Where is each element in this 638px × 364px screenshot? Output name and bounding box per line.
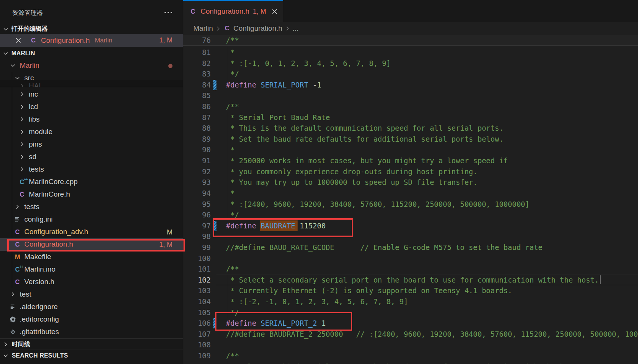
code-line-text: * you commonly experience drop-outs duri…	[226, 166, 477, 177]
code-line-108[interactable]: 108	[183, 339, 638, 350]
breadcrumb-item-marlin[interactable]: Marlin	[193, 24, 213, 33]
code-line-107[interactable]: 107//#define BAUDRATE_2 250000 // :[2400…	[183, 329, 638, 340]
tree-file-configuration-adv-h[interactable]: CConfiguration_adv.hM	[0, 226, 183, 238]
code-line-98[interactable]: 98	[183, 231, 638, 242]
close-icon[interactable]	[271, 8, 278, 15]
open-editor-item-configuration-h[interactable]: C Configuration.h Marlin 1, M	[0, 34, 183, 47]
search-results-label: SEARCH RESULTS	[12, 352, 68, 359]
tree-file-marlincore-cpp[interactable]: C++MarlinCore.cpp	[0, 176, 183, 188]
tree-item-label: Configuration_adv.h	[24, 228, 88, 236]
code-line-text: */	[226, 307, 239, 318]
decoration-badge: 1, M	[159, 241, 172, 248]
code-line-99[interactable]: 99//#define BAUD_RATE_GCODE // Enable G-…	[183, 242, 638, 253]
code-line-88[interactable]: 88 * This is the default communication s…	[183, 123, 638, 134]
tree-folder-sd[interactable]: sd	[0, 151, 183, 163]
code-line-101[interactable]: 101/**	[183, 264, 638, 275]
code-line-text: * :[2400, 9600, 19200, 38400, 57600, 115…	[226, 199, 530, 210]
tree-item-label: MarlinCore.cpp	[29, 178, 78, 186]
code-line-89[interactable]: 89 * Set the baud rate defaults for addi…	[183, 134, 638, 145]
makefile-file-icon: M	[14, 253, 21, 261]
code-line-109[interactable]: 109/**	[183, 350, 638, 361]
breadcrumb-item-configuration-h[interactable]: C Configuration.h	[223, 24, 282, 33]
tree-file-marlin-ino[interactable]: C++Marlin.ino	[0, 263, 183, 276]
tree-folder-module[interactable]: module	[0, 126, 183, 138]
line-number: 95	[183, 199, 211, 210]
code-line-83[interactable]: 83 */	[183, 69, 638, 80]
code-line-96[interactable]: 96 */	[183, 209, 638, 220]
open-editors-section-header[interactable]: 打开的编辑器	[0, 23, 183, 34]
line-number: 85	[183, 90, 211, 101]
timeline-panel-header[interactable]: 时间线	[0, 339, 183, 350]
tree-file-marlincore-h[interactable]: CMarlinCore.h	[0, 188, 183, 201]
code-line-text: * This is the default communication spee…	[226, 123, 503, 134]
tree-folder-test[interactable]: test	[0, 288, 183, 301]
tree-file-editorconfig[interactable]: .editorconfig	[0, 313, 183, 326]
code-line-text: * Serial Port Baud Rate	[226, 112, 330, 123]
code-area[interactable]: 81 *82 * :[-1, 0, 1, 2, 3, 4, 5, 6, 7, 8…	[183, 47, 638, 364]
open-editor-file-description: Marlin	[95, 37, 112, 44]
tree-file-makefile[interactable]: MMakefile	[0, 251, 183, 263]
tree-folder-lcd[interactable]: lcd	[0, 101, 183, 113]
c-file-icon: C	[189, 7, 197, 16]
line-number: 83	[183, 69, 211, 80]
chevron-down-icon	[3, 50, 9, 56]
chevron-right-icon	[19, 83, 25, 87]
tree-folder-hal[interactable]: HAL	[0, 80, 183, 87]
chevron-right-icon	[19, 141, 25, 147]
code-line-84[interactable]: 84#define SERIAL_PORT -1	[183, 80, 638, 91]
code-line-text: * Select a third serial port on the boar…	[226, 361, 582, 364]
tab-configuration-h[interactable]: C Configuration.h 1, M	[183, 0, 283, 22]
code-line-text: *	[226, 47, 235, 58]
tree-folder-tests[interactable]: tests	[0, 163, 183, 176]
line-number: 108	[183, 339, 211, 350]
breadcrumb-item-symbol-path[interactable]: ...	[293, 24, 299, 33]
code-line-100[interactable]: 100	[183, 253, 638, 264]
code-line-95[interactable]: 95 * :[2400, 9600, 19200, 38400, 57600, …	[183, 199, 638, 210]
code-line-92[interactable]: 92 * you commonly experience drop-outs d…	[183, 166, 638, 177]
code-line-87[interactable]: 87 * Serial Port Baud Rate	[183, 112, 638, 123]
tree-folder-inc[interactable]: inc	[0, 88, 183, 101]
tree-file-aiderignore[interactable]: .aiderignore	[0, 301, 183, 313]
tree-folder-tests[interactable]: tests	[0, 201, 183, 213]
tree-file-version-h[interactable]: CVersion.h	[0, 276, 183, 288]
screenshot-seam-band: HAL	[0, 80, 183, 87]
code-line-110[interactable]: 110 * Select a third serial port on the …	[183, 361, 638, 364]
tree-file-gitattributes[interactable]: .gitattributes	[0, 326, 183, 338]
code-line-82[interactable]: 82 * :[-1, 0, 1, 2, 3, 4, 5, 6, 7, 8, 9]	[183, 58, 638, 69]
code-line-102[interactable]: 102 * Select a secondary serial port on …	[183, 275, 638, 286]
close-icon[interactable]	[15, 37, 22, 44]
code-line-85[interactable]: 85	[183, 90, 638, 101]
code-line-91[interactable]: 91 * 250000 works in most cases, but you…	[183, 155, 638, 166]
screenshot-seam-line	[0, 87, 183, 87]
code-line-81[interactable]: 81 *	[183, 47, 638, 58]
code-line-86[interactable]: 86/**	[183, 101, 638, 112]
code-line-106[interactable]: 106#define SERIAL_PORT_2 1	[183, 318, 638, 329]
sticky-scroll-row[interactable]: 76 /**	[183, 35, 638, 46]
code-line-90[interactable]: 90 *	[183, 144, 638, 155]
chevron-right-icon	[285, 26, 290, 31]
code-line-97[interactable]: 97#define BAUDRATE 115200	[183, 220, 638, 231]
line-number: 107	[183, 329, 211, 340]
git-file-icon	[9, 328, 17, 336]
sidebar-title-row: 资源管理器	[0, 0, 183, 21]
line-number: 84	[183, 80, 211, 91]
more-actions-icon[interactable]	[163, 9, 174, 16]
workspace-section-header[interactable]: MARLIN	[0, 48, 183, 59]
tree-folder-marlin[interactable]: Marlin	[0, 59, 183, 72]
tree-item-label: sd	[29, 153, 36, 161]
tree-file-configuration-h[interactable]: CConfiguration.h1, M	[0, 238, 183, 251]
tree-folder-libs[interactable]: libs	[0, 113, 183, 126]
tree-item-label: tests	[24, 203, 39, 211]
code-line-94[interactable]: 94 *	[183, 188, 638, 199]
tree-folder-pins[interactable]: pins	[0, 138, 183, 151]
line-number: 89	[183, 134, 211, 145]
tree-file-config-ini[interactable]: config.ini	[0, 213, 183, 226]
code-line-103[interactable]: 103 * Currently Ethernet (-2) is only su…	[183, 285, 638, 296]
search-results-panel-header[interactable]: SEARCH RESULTS	[0, 350, 183, 361]
code-line-104[interactable]: 104 * :[-2, -1, 0, 1, 2, 3, 4, 5, 6, 7, …	[183, 296, 638, 307]
tree-item-label: HAL	[29, 82, 43, 87]
code-line-text: * Set the baud rate defaults for additio…	[226, 134, 503, 145]
chevron-right-icon	[19, 166, 25, 172]
code-line-93[interactable]: 93 * You may try up to 1000000 to speed …	[183, 177, 638, 188]
code-line-105[interactable]: 105 */	[183, 307, 638, 318]
